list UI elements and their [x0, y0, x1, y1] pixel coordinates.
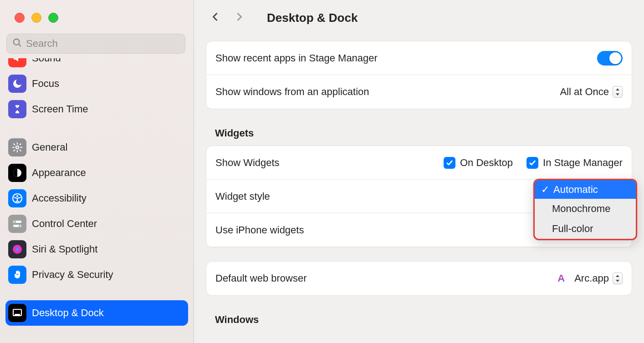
dropdown-option-automatic[interactable]: ✓ Automatic	[533, 179, 637, 199]
svg-point-10	[13, 245, 22, 254]
main-area: Desktop & Dock Show recent apps in Stage…	[194, 0, 644, 343]
default-browser-select[interactable]: A Arc.app	[555, 272, 623, 284]
default-browser-label: Default web browser	[215, 272, 307, 284]
sidebar-item-label: Focus	[32, 78, 59, 90]
window-controls	[0, 0, 194, 23]
content: Show recent apps in Stage Manager Show w…	[194, 41, 644, 326]
svg-line-1	[19, 44, 21, 46]
dropdown-option-fullcolor[interactable]: Full-color	[535, 219, 636, 239]
recent-apps-label: Show recent apps in Stage Manager	[215, 52, 378, 64]
recent-apps-toggle[interactable]	[597, 51, 623, 66]
sidebar-item-label: Screen Time	[32, 103, 88, 115]
checkbox-icon	[444, 157, 455, 169]
check-icon: ✓	[541, 184, 549, 196]
sidebar-item-label: Privacy & Security	[32, 269, 113, 281]
siri-icon	[8, 240, 26, 258]
row-show-widgets: Show Widgets On Desktop In Stage Manager	[206, 146, 632, 180]
widget-style-dropdown[interactable]: ✓ Automatic Monochrome Full-color	[533, 179, 637, 240]
show-widgets-label: Show Widgets	[215, 157, 280, 169]
widget-style-label: Widget style	[215, 191, 270, 202]
iphone-widgets-label: Use iPhone widgets	[215, 224, 304, 236]
sidebar-item-focus[interactable]: Focus	[0, 71, 194, 96]
maximize-button[interactable]	[48, 13, 58, 23]
widgets-panel: Show Widgets On Desktop In Stage Manager	[206, 146, 632, 247]
dropdown-option-monochrome[interactable]: Monochrome	[535, 199, 636, 219]
row-default-browser: Default web browser A Arc.app	[206, 262, 632, 295]
windows-header: Windows	[215, 314, 632, 326]
sidebar-item-label: Desktop & Dock	[32, 307, 104, 319]
default-browser-value: Arc.app	[574, 272, 609, 284]
row-show-windows: Show windows from an application All at …	[206, 75, 632, 109]
checkbox-icon	[526, 157, 538, 169]
search-container	[6, 34, 185, 54]
show-windows-value: All at Once	[560, 86, 609, 98]
hand-icon	[8, 266, 26, 284]
sidebar-item-label: Sound	[32, 58, 61, 64]
minimize-button[interactable]	[31, 13, 41, 23]
widgets-header: Widgets	[215, 127, 632, 139]
search-box[interactable]	[6, 34, 185, 54]
dropdown-option-label: Full-color	[552, 223, 593, 235]
dock-icon	[8, 304, 26, 322]
checkbox-label: In Stage Manager	[543, 157, 623, 169]
show-windows-select[interactable]: All at Once	[560, 86, 623, 98]
sidebar: SoundFocusScreen TimeGeneralAppearanceAc…	[0, 0, 194, 343]
stepper-icon	[613, 86, 623, 98]
sidebar-item-general[interactable]: General	[0, 135, 194, 160]
sidebar-item-label: Accessibility	[32, 192, 87, 204]
svg-point-9	[19, 225, 20, 227]
show-widgets-checkboxes: On Desktop In Stage Manager	[444, 157, 623, 169]
sound-icon	[8, 58, 26, 67]
search-input[interactable]	[26, 38, 179, 50]
sidebar-item-screen-time[interactable]: Screen Time	[0, 96, 194, 122]
hourglass-icon	[8, 100, 26, 118]
sidebar-item-label: Siri & Spotlight	[32, 243, 97, 255]
row-recent-apps: Show recent apps in Stage Manager	[206, 41, 632, 75]
sidebar-item-control-center[interactable]: Control Center	[0, 211, 194, 237]
sidebar-item-label: Appearance	[32, 167, 86, 179]
svg-point-5	[16, 195, 18, 197]
forward-button[interactable]	[234, 10, 244, 25]
accessibility-icon	[8, 189, 26, 207]
close-button[interactable]	[15, 13, 25, 23]
sidebar-item-siri-spotlight[interactable]: Siri & Spotlight	[0, 237, 194, 262]
back-button[interactable]	[210, 10, 220, 25]
stepper-icon	[613, 272, 623, 284]
sidebar-item-desktop-dock[interactable]: Desktop & Dock	[5, 300, 188, 326]
svg-point-2	[16, 146, 19, 149]
moon-icon	[8, 75, 26, 93]
sidebar-item-accessibility[interactable]: Accessibility	[0, 186, 194, 211]
toolbar: Desktop & Dock	[194, 0, 644, 35]
show-windows-label: Show windows from an application	[215, 86, 369, 98]
sidebar-item-label: General	[32, 141, 67, 153]
sidebar-item-label: Control Center	[32, 218, 97, 230]
dropdown-option-label: Automatic	[553, 184, 598, 196]
page-title: Desktop & Dock	[267, 11, 358, 25]
checkbox-in-stage-manager[interactable]: In Stage Manager	[526, 157, 623, 169]
sidebar-list: SoundFocusScreen TimeGeneralAppearanceAc…	[0, 58, 194, 342]
gear-icon	[8, 138, 26, 156]
checkbox-on-desktop[interactable]: On Desktop	[444, 157, 513, 169]
dropdown-option-label: Monochrome	[552, 203, 610, 215]
appearance-icon	[8, 164, 26, 182]
sidebar-item-privacy-security[interactable]: Privacy & Security	[0, 262, 194, 288]
browser-panel: Default web browser A Arc.app	[206, 261, 632, 296]
stage-manager-panel: Show recent apps in Stage Manager Show w…	[206, 41, 632, 109]
svg-rect-12	[15, 314, 20, 315]
svg-point-8	[14, 221, 16, 223]
sidebar-item-appearance[interactable]: Appearance	[0, 160, 194, 186]
search-icon	[12, 38, 22, 50]
arc-icon: A	[555, 272, 567, 284]
sidebar-item-sound[interactable]: Sound	[0, 58, 194, 71]
toggles-icon	[8, 215, 26, 233]
checkbox-label: On Desktop	[460, 157, 513, 169]
